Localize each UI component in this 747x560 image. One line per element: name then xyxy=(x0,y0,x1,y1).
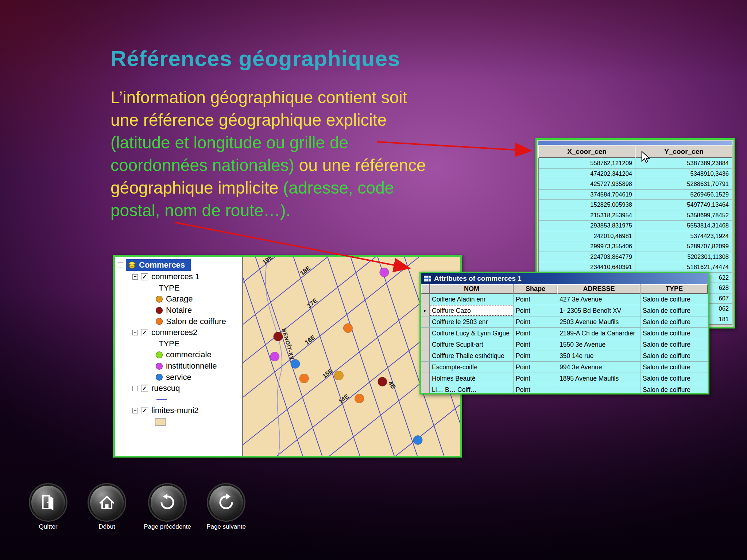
street-label: 18E xyxy=(299,265,312,277)
collapse-icon[interactable]: − xyxy=(118,262,123,268)
legend-point-symbol xyxy=(156,363,163,370)
cell-nom: Li… B… Coiff… xyxy=(430,384,514,393)
attribute-row[interactable]: Coiffure Thalie esthétiquePoint350 14e r… xyxy=(421,350,708,362)
layer-label[interactable]: ruescuq xyxy=(151,384,180,393)
previous-page-button[interactable] xyxy=(151,486,184,519)
map-point[interactable] xyxy=(355,394,364,403)
map-point[interactable] xyxy=(291,359,300,369)
map-point[interactable] xyxy=(270,352,279,361)
legend-item: −✓ruescuq xyxy=(118,383,242,394)
row-selector[interactable] xyxy=(421,328,430,339)
attributes-table-header: NOM Shape ADRESSE TYPE xyxy=(421,284,708,294)
map-point[interactable] xyxy=(413,436,422,445)
row-selector[interactable] xyxy=(421,373,430,384)
layer-label[interactable]: limites-muni2 xyxy=(151,406,199,415)
attribute-row[interactable]: ►Coiffure CazoPoint1- 2305 Bd Benoît XVS… xyxy=(421,305,708,316)
row-selector[interactable] xyxy=(421,350,430,361)
column-header-nom[interactable]: NOM xyxy=(430,284,514,294)
attribute-row[interactable]: Coifferie Aladin enrPoint427 3e AvenueSa… xyxy=(421,294,708,305)
body-line: postal, nom de route…). xyxy=(111,199,426,222)
body-text-segment: L’information géographique contient soit xyxy=(111,88,407,107)
attributes-titlebar[interactable]: Attributes of commerces 1 xyxy=(421,273,708,284)
cell-nom: Escompte-coiffe xyxy=(430,362,514,373)
home-label: Début xyxy=(74,523,140,530)
cell-shape: Point xyxy=(514,373,557,384)
legend-item xyxy=(118,416,242,428)
cell-shape: Point xyxy=(514,384,557,393)
legend-point-symbol xyxy=(156,318,163,325)
attribute-row[interactable]: Coiffure Scuplt-artPoint1550 3e AvenueSa… xyxy=(421,339,708,350)
row-selector[interactable] xyxy=(421,384,430,393)
next-page-button[interactable] xyxy=(209,486,243,519)
column-header-shape[interactable]: Shape xyxy=(514,284,557,294)
row-selector-header xyxy=(421,284,430,294)
cell-type: Salon de coiffure xyxy=(640,316,708,327)
legend-field-label: TYPE xyxy=(159,283,179,293)
coordinate-cell: 474202,341204 xyxy=(539,169,635,179)
layer-label[interactable]: commerces2 xyxy=(151,328,197,337)
collapse-icon[interactable]: − xyxy=(132,274,138,280)
layer-checkbox[interactable]: ✓ xyxy=(141,385,148,392)
row-selector[interactable] xyxy=(421,294,430,305)
row-selector[interactable]: ► xyxy=(421,305,430,316)
map-point[interactable] xyxy=(378,377,387,386)
coordinate-cell: 299973,355406 xyxy=(539,241,635,252)
coordinate-cell: 5269456,1529 xyxy=(635,190,732,200)
cell-type: Salon de coiffure xyxy=(640,384,708,393)
legend-fill-symbol xyxy=(155,419,166,425)
legend-symbol-label: service xyxy=(166,373,191,382)
legend-point-symbol xyxy=(156,351,163,358)
layer-checkbox[interactable]: ✓ xyxy=(141,273,148,280)
nav-next: Page suivante xyxy=(193,486,259,530)
attribute-row[interactable]: Escompte-coiffePoint994 3e AvenueSalon d… xyxy=(421,362,708,373)
collapse-icon[interactable]: − xyxy=(132,386,138,391)
coordinate-row: 224703,8647795202301,11308 xyxy=(539,252,732,262)
legend-point-symbol xyxy=(156,307,163,314)
attribute-row[interactable]: Li… B… Coiff…PointSalon de coiffure xyxy=(421,384,708,393)
column-header-x-coor-cen[interactable]: X_coor_cen xyxy=(538,145,635,158)
body-text-segment: postal, nom de route…). xyxy=(111,201,290,220)
map-point[interactable] xyxy=(274,332,283,341)
cell-adresse: 994 3e Avenue xyxy=(557,362,640,373)
coordinate-row: 242010,469815374423,1924 xyxy=(539,231,732,242)
collapse-icon[interactable]: − xyxy=(132,330,138,335)
body-text-segment: (adresse, code xyxy=(283,178,394,197)
legend-item: institutionnelle xyxy=(118,361,242,372)
map-point[interactable] xyxy=(334,371,343,380)
column-header-adresse[interactable]: ADRESSE xyxy=(557,284,640,294)
attribute-row[interactable]: Coiffure le 2503 enrPoint2503 Avenue Mau… xyxy=(421,316,708,328)
layer-label[interactable]: commerces 1 xyxy=(151,272,200,281)
legend-item: TYPE xyxy=(118,338,242,350)
cell-type: Salon de coiffure xyxy=(640,305,708,316)
coordinate-cell: 234410,640391 xyxy=(539,262,635,272)
coordinate-cell: 558762,121209 xyxy=(539,158,635,168)
map-point[interactable] xyxy=(343,324,352,333)
row-selector[interactable] xyxy=(421,316,430,327)
legend-item: service xyxy=(118,372,242,383)
legend-item: −✓limites-muni2 xyxy=(118,405,242,416)
legend-root[interactable]: Commerces xyxy=(126,259,191,271)
layer-checkbox[interactable]: ✓ xyxy=(141,407,148,414)
quit-button[interactable] xyxy=(31,486,65,519)
attribute-row[interactable]: Coiffure Lucy & Lynn GiguèPoint2199-A Ch… xyxy=(421,328,708,339)
map-point[interactable] xyxy=(380,268,389,277)
cell-type: Salon de coiffure xyxy=(640,362,708,373)
cell-type: Salon de coiffure xyxy=(640,328,708,339)
coordinate-cell: 5358699,78452 xyxy=(635,210,732,221)
column-header-type[interactable]: TYPE xyxy=(640,284,708,294)
home-button[interactable] xyxy=(90,486,124,519)
row-selector[interactable] xyxy=(421,362,430,373)
cell-adresse: 1895 Avenue Maufils xyxy=(557,373,640,384)
body-text-segment: coordonnées nationales) xyxy=(111,156,294,175)
layer-checkbox[interactable]: ✓ xyxy=(141,329,148,336)
row-selector[interactable] xyxy=(421,339,430,350)
collapse-icon[interactable]: − xyxy=(132,408,138,413)
column-header-y-coor-cen[interactable]: Y_coor_cen xyxy=(635,145,732,158)
window-titlebar-sliver[interactable] xyxy=(538,141,732,145)
home-icon xyxy=(97,493,116,512)
cell-shape: Point xyxy=(514,305,557,316)
coordinate-cell: 5202301,11308 xyxy=(635,252,732,262)
arrow-back-icon xyxy=(158,493,177,512)
attribute-row[interactable]: Holmes BeautéPoint1895 Avenue MaufilsSal… xyxy=(421,373,708,384)
map-point[interactable] xyxy=(299,374,309,383)
